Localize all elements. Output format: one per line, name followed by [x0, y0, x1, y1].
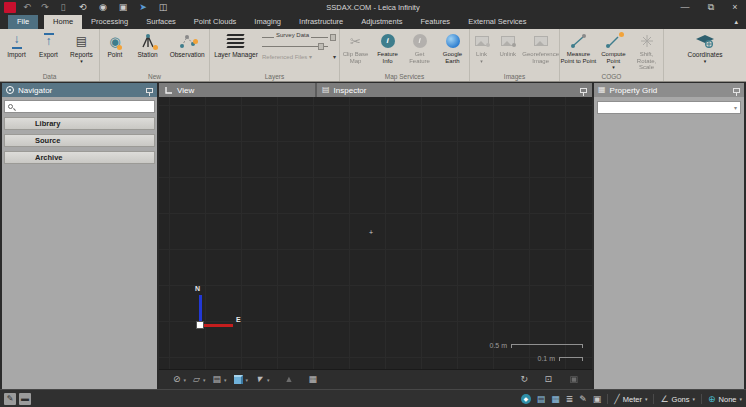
slider-menu-button[interactable]: ▾	[333, 53, 336, 60]
new-badge-icon	[117, 45, 122, 50]
chevron-down-icon: ▾	[692, 396, 695, 402]
caret-icon: ▾	[224, 377, 227, 383]
import-button[interactable]: ↓ Import	[2, 31, 32, 64]
filter-tool-button[interactable]: ▼ ▾	[255, 375, 269, 384]
group-label-data: Data	[0, 73, 99, 80]
search-input[interactable]	[16, 103, 151, 110]
sidebar-item-archive[interactable]: Archive	[4, 151, 155, 164]
google-earth-button[interactable]: Google Earth	[437, 31, 469, 64]
unlink-image-icon	[501, 36, 515, 46]
zoom-extents-button[interactable]: ⊡	[544, 375, 552, 384]
group-label-new: New	[100, 73, 209, 80]
tab-processing[interactable]: Processing	[82, 15, 137, 29]
axis-north-label: N	[195, 285, 200, 292]
tab-adjustments[interactable]: Adjustments	[352, 15, 411, 29]
property-grid-header: ▦ Property Grid	[594, 83, 744, 97]
ribbon-group-cogo: Measure Point to Point Compute Point ▾	[560, 29, 664, 81]
unlink-image-button: Unlink	[495, 31, 520, 64]
axis-origin-marker	[196, 321, 204, 329]
layers-toggle-button[interactable]: ≣	[566, 395, 574, 404]
reports-icon: ▤	[76, 34, 87, 48]
new-station-button[interactable]: Station	[132, 31, 164, 58]
google-earth-icon	[446, 34, 460, 48]
archive-toggle-button[interactable]: ▣	[593, 395, 602, 404]
navigator-toggle-button[interactable]: ◆	[521, 394, 531, 404]
grid-icon: ▦	[308, 375, 317, 384]
divider	[701, 394, 702, 404]
slider-handle[interactable]	[330, 34, 336, 41]
collapse-icon: ▴	[734, 18, 738, 25]
angle-unit-dropdown[interactable]: ∠ Gons ▾	[660, 395, 695, 404]
compute-point-button[interactable]: Compute Point ▾	[599, 31, 628, 71]
tab-file[interactable]: File	[8, 15, 38, 29]
referenced-files-button[interactable]: Referenced Files ▾	[262, 53, 312, 60]
restore-button[interactable]: ⧉	[702, 0, 720, 15]
import-icon: ↓	[12, 33, 22, 48]
distance-unit-dropdown[interactable]: ╱ Meter ▾	[614, 395, 647, 404]
eraser-tool-button[interactable]: ▱ ▾	[193, 375, 205, 384]
layer-manager-button[interactable]: Layer Manager	[214, 31, 258, 60]
export-button[interactable]: ↑ Export	[34, 31, 64, 64]
ribbon-collapse-button[interactable]: ▴	[734, 15, 738, 29]
ribbon-group-map-services: ✂ Clip Base Map i Feature Info i Get Fea…	[340, 29, 470, 81]
coordinates-button[interactable]: Coordinates ▾	[682, 31, 728, 64]
tab-external-services[interactable]: External Services	[459, 15, 535, 29]
status-edit-button[interactable]: ✎	[4, 393, 16, 405]
coordinate-system-dropdown[interactable]: ⊕ None ▾	[708, 395, 742, 404]
compute-caret-icon: ▾	[612, 65, 615, 70]
property-grid-panel: ▦ Property Grid ▾	[594, 83, 744, 389]
inspector-toggle-button[interactable]: ▤	[537, 395, 546, 404]
tab-inspector[interactable]: ▤ Inspector	[317, 83, 592, 97]
link-chain-icon	[486, 43, 490, 47]
tab-infrastructure[interactable]: Infrastructure	[290, 15, 352, 29]
grid-toggle-button[interactable]: ▦	[308, 375, 317, 384]
new-badge-icon	[153, 45, 158, 50]
tab-point-clouds[interactable]: Point Clouds	[185, 15, 246, 29]
sidebar-item-source[interactable]: Source	[4, 134, 155, 147]
tab-features[interactable]: Features	[412, 15, 460, 29]
reports-button[interactable]: ▤ Reports ▾	[66, 31, 98, 64]
ribbon-group-layers: Layer Manager Survey Data Referenced Fil…	[210, 29, 340, 81]
basemap-tool-button[interactable]: ⊘ ▾	[173, 375, 186, 384]
status-shape-button[interactable]: ▬	[19, 393, 31, 405]
shift-rotate-scale-icon	[639, 33, 655, 49]
survey-data-slider[interactable]: Survey Data	[260, 33, 338, 42]
slider-handle[interactable]	[318, 43, 324, 50]
property-grid-toggle-button[interactable]: ▦	[551, 395, 560, 404]
feature-info-button[interactable]: i Feature Info	[373, 31, 403, 64]
property-selector-dropdown[interactable]: ▾	[597, 101, 741, 114]
new-point-button[interactable]: ◉ Point	[100, 31, 130, 58]
measure-point-to-point-button[interactable]: Measure Point to Point	[560, 31, 597, 71]
globe-icon: ⊕	[708, 395, 716, 404]
zoom-extents-icon: ⊡	[544, 375, 552, 384]
new-observation-button[interactable]: Observation	[165, 31, 209, 58]
close-button[interactable]: ×	[726, 0, 744, 15]
view-mode-button[interactable]: ▾	[234, 375, 249, 384]
pin-icon[interactable]	[733, 88, 740, 93]
coordinates-caret-icon: ▾	[704, 59, 707, 64]
chevron-down-icon: ▾	[645, 396, 648, 402]
restore-icon: ⧉	[708, 2, 714, 12]
map-canvas[interactable]: N E + 0.5 m 0.1 m	[159, 97, 592, 369]
shift-rotate-scale-button: Shift, Rotate, Scale	[630, 31, 663, 71]
layers-icon: ▤	[213, 375, 222, 384]
rotate-view-button[interactable]: ↻	[520, 375, 528, 384]
ribbon-group-data: ↓ Import ↑ Export ▤ Reports ▾ Data	[0, 29, 100, 81]
transparency-slider[interactable]	[260, 42, 338, 51]
angle-icon: ∠	[660, 395, 668, 404]
minimize-button[interactable]: —	[676, 0, 694, 15]
group-label-layers: Layers	[210, 73, 339, 80]
snapshot-button: ▣	[569, 375, 578, 384]
tab-imaging[interactable]: Imaging	[245, 15, 290, 29]
log-toggle-button[interactable]: ✎	[579, 395, 587, 404]
caret-icon: ▾	[309, 54, 312, 60]
sidebar-item-library[interactable]: Library	[4, 117, 155, 130]
survey-data-label: Survey Data	[274, 32, 311, 38]
tab-home[interactable]: Home	[44, 15, 82, 29]
ribbon-group-images: Link ▾ Unlink Georeference Image Images	[470, 29, 560, 81]
pin-icon[interactable]	[146, 88, 153, 93]
pin-icon[interactable]	[580, 88, 587, 93]
tab-surfaces[interactable]: Surfaces	[137, 15, 185, 29]
layers-tool-button[interactable]: ▤ ▾	[213, 375, 227, 384]
tab-view[interactable]: View	[159, 83, 317, 97]
